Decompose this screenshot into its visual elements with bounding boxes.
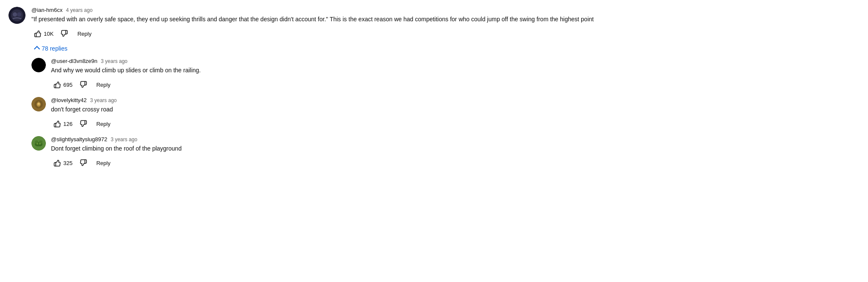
top-comment-timestamp: 4 years ago (66, 7, 93, 13)
thumbs-up-icon (54, 81, 61, 88)
reply-1-body: @user-dl3vn8ze9n 3 years ago And why we … (51, 58, 646, 90)
reply-1-timestamp: 3 years ago (101, 58, 127, 64)
comment-section: @ian-hm6cx 4 years ago "If presented wit… (8, 7, 646, 168)
reply-1-actions: 695 Reply (51, 79, 646, 90)
reply-2-body: @lovelykitty42 3 years ago don't forget … (51, 97, 646, 129)
svg-point-11 (37, 143, 38, 145)
reply-2-like-button[interactable]: 126 (51, 118, 75, 129)
replies-container: @user-dl3vn8ze9n 3 years ago And why we … (31, 58, 646, 168)
lovelykitty-avatar-img (31, 97, 46, 111)
reply-3-likes: 325 (63, 160, 73, 166)
reply-1-reply-button[interactable]: Reply (93, 80, 114, 90)
top-comment-reply-button[interactable]: Reply (74, 29, 95, 39)
reply-3-timestamp: 3 years ago (110, 137, 137, 142)
reply-avatar-1 (31, 58, 46, 72)
svg-point-3 (17, 12, 21, 17)
top-comment: @ian-hm6cx 4 years ago "If presented wit… (8, 7, 646, 39)
avatar (8, 7, 25, 24)
svg-point-2 (13, 12, 17, 17)
reply-3-username: @slightlysaltyslug8972 (51, 136, 107, 142)
reply-item: @lovelykitty42 3 years ago don't forget … (31, 97, 646, 129)
dislike-button[interactable] (58, 28, 71, 39)
slug-avatar-img (31, 136, 46, 151)
thumbs-down-icon (79, 120, 87, 128)
reply-2-dislike-button[interactable] (77, 118, 90, 129)
reply-2-header: @lovelykitty42 3 years ago (51, 97, 646, 103)
reply-3-actions: 325 Reply (51, 157, 646, 168)
reply-3-header: @slightlysaltyslug8972 3 years ago (51, 136, 646, 142)
top-comment-text: "If presented with an overly safe space,… (31, 15, 646, 24)
reply-3-text: Dont forget climbing on the roof of the … (51, 144, 646, 153)
thumbs-up-icon (54, 120, 61, 128)
replies-toggle-button[interactable]: 78 replies (31, 43, 71, 54)
reply-2-likes: 126 (63, 121, 73, 127)
thumbs-down-icon (79, 81, 87, 88)
top-comment-actions: 10K Reply (31, 28, 646, 39)
reply-2-username: @lovelykitty42 (51, 97, 87, 103)
top-comment-body: @ian-hm6cx 4 years ago "If presented wit… (31, 7, 646, 39)
reply-1-dislike-button[interactable] (77, 79, 90, 90)
replies-count-label: 78 replies (42, 45, 68, 52)
chevron-up-icon (34, 46, 40, 52)
thumbs-down-icon (60, 30, 68, 37)
reply-avatar-2 (31, 97, 46, 111)
reply-item: @slightlysaltyslug8972 3 years ago Dont … (31, 136, 646, 168)
reply-2-text: don't forget crossy road (51, 105, 646, 114)
reply-3-reply-button[interactable]: Reply (93, 158, 114, 168)
reply-2-actions: 126 Reply (51, 118, 646, 129)
reply-item: @user-dl3vn8ze9n 3 years ago And why we … (31, 58, 646, 90)
reply-1-header: @user-dl3vn8ze9n 3 years ago (51, 58, 646, 64)
reply-2-reply-button[interactable]: Reply (93, 119, 114, 129)
reply-1-text: And why we would climb up slides or clim… (51, 66, 646, 75)
reply-2-timestamp: 3 years ago (90, 97, 117, 103)
reply-1-username: @user-dl3vn8ze9n (51, 58, 97, 64)
top-comment-header: @ian-hm6cx 4 years ago (31, 7, 646, 13)
thumbs-up-icon (54, 159, 61, 167)
top-comment-likes: 10K (44, 31, 54, 37)
reply-3-like-button[interactable]: 325 (51, 157, 75, 168)
reply-1-likes: 695 (63, 82, 73, 88)
thumbs-up-icon (34, 30, 42, 37)
reply-avatar-3 (31, 136, 46, 151)
top-comment-username: @ian-hm6cx (31, 7, 62, 13)
like-button[interactable]: 10K (31, 28, 56, 39)
reply-3-dislike-button[interactable] (77, 157, 90, 168)
reply-3-body: @slightlysaltyslug8972 3 years ago Dont … (51, 136, 646, 168)
svg-point-1 (11, 9, 23, 21)
reply-1-like-button[interactable]: 695 (51, 79, 75, 90)
svg-point-12 (39, 143, 41, 145)
thumbs-down-icon (79, 159, 87, 167)
